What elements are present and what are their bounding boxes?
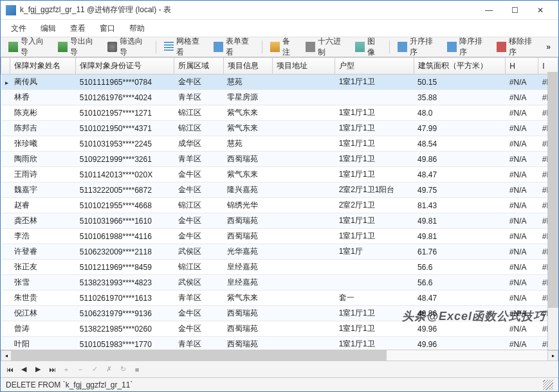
cell-area[interactable]: 金牛区 [174,306,224,321]
cell-id[interactable]: 5101211969****8459 [76,260,174,275]
cell-type[interactable]: 1室1厅1卫 [335,337,414,350]
cell-address[interactable] [273,244,335,260]
cell-address[interactable] [273,183,335,198]
cell-name[interactable]: 张正友 [10,260,76,275]
cell-h[interactable]: #N/A [506,229,538,244]
hscroll-left-button[interactable]: ◂ [1,350,12,361]
import-wizard-button[interactable]: 导入向导 [5,34,53,60]
table-row[interactable]: 王雨诗5101142013****020X金牛区紫气东来1室1厅1卫48.47#… [1,167,558,183]
cell-area[interactable]: 金牛区 [174,229,224,244]
cell-size[interactable]: 49.81 [414,213,506,229]
vertical-scrollbar[interactable] [547,72,558,350]
nav-stop-button[interactable]: ■ [131,363,143,376]
cell-area[interactable]: 青羊区 [174,90,224,105]
table-row[interactable]: 蔺传凤5101111965****0784金牛区慧苑1室1厅1卫50.15#N/… [1,75,558,90]
cell-h[interactable]: #N/A [506,306,538,321]
cell-name[interactable]: 曾涛 [10,321,76,337]
col-size[interactable]: 建筑面积（平方米） [414,58,506,75]
cell-type[interactable]: 1室1厅1卫 [335,213,414,229]
cell-name[interactable]: 陈克彬 [10,105,76,121]
cell-project[interactable]: 皇经嘉苑 [223,260,273,275]
cell-h[interactable]: #N/A [506,75,538,90]
cell-project[interactable]: 西蜀瑞苑 [223,229,273,244]
cell-area[interactable]: 锦江区 [174,260,224,275]
cell-address[interactable] [273,290,335,306]
grid-view-button[interactable]: 网格查看 [160,34,208,60]
cell-size[interactable]: 48.0 [414,105,506,121]
cell-area[interactable]: 青羊区 [174,337,224,350]
col-marker[interactable] [1,58,10,75]
cell-address[interactable] [273,275,335,290]
sort-desc-button[interactable]: 降序排序 [443,34,491,60]
titlebar[interactable]: k_fgj_ggzfzl_gr_11 @进销存管理 (local) - 表 — … [1,1,558,20]
nav-add-button[interactable]: + [60,363,73,376]
cell-h[interactable]: #N/A [506,90,538,105]
table-row[interactable]: 陶雨欣5109221999****3261青羊区西蜀瑞苑1室1厅1卫49.86#… [1,152,558,167]
cell-area[interactable]: 金牛区 [174,167,224,183]
cell-size[interactable]: 48.47 [414,167,506,183]
resize-grip[interactable] [543,380,553,390]
table-row[interactable]: 龚丕林5101031966****1610金牛区西蜀瑞苑1室1厅1卫49.81#… [1,213,558,229]
cell-h[interactable]: #N/A [506,198,538,213]
cell-name[interactable]: 朱世贵 [10,290,76,306]
cell-area[interactable]: 金牛区 [174,75,224,90]
cell-type[interactable]: 1室1厅1卫 [335,167,414,183]
cell-project[interactable]: 隆兴嘉苑 [223,183,273,198]
cell-address[interactable] [273,306,335,321]
cell-size[interactable]: 49.96 [414,321,506,337]
cell-name[interactable]: 魏嘉宇 [10,183,76,198]
cell-name[interactable]: 蔺传凤 [10,75,76,90]
cell-id[interactable]: 5106231979****9136 [76,306,174,321]
hex-button[interactable]: 十六进制 [302,34,350,60]
nav-commit-button[interactable]: ✓ [88,363,101,376]
hscroll-track[interactable] [12,350,547,361]
cell-h[interactable]: #N/A [506,152,538,167]
cell-h[interactable]: #N/A [506,321,538,337]
hscroll-right-button[interactable]: ▸ [547,350,558,361]
cell-type[interactable]: 1室1厅1卫 [335,136,414,152]
remove-sort-button[interactable]: 移除排序 [493,34,541,60]
cell-size[interactable]: 61.76 [414,244,506,260]
cell-size[interactable]: 49.75 [414,183,506,198]
vscroll-thumb[interactable] [548,72,558,308]
cell-area[interactable]: 锦江区 [174,105,224,121]
cell-type[interactable]: 1室1厅1卫 [335,105,414,121]
cell-id[interactable]: 5101261976****4024 [76,90,174,105]
cell-id[interactable]: 5101031966****1610 [76,213,174,229]
cell-project[interactable]: 零星房源 [223,90,273,105]
header-row[interactable]: 保障对象姓名 保障对象身份证号 所属区域 项目信息 项目地址 户型 建筑面积（平… [1,58,558,75]
cell-type[interactable] [335,260,414,275]
toolbar-overflow-button[interactable]: » [542,40,554,54]
cell-id[interactable]: 5101021950****4371 [76,121,174,136]
cell-h[interactable]: #N/A [506,290,538,306]
cell-project[interactable]: 紫气东来 [223,121,273,136]
cell-h[interactable]: #N/A [506,260,538,275]
cell-h[interactable]: #N/A [506,275,538,290]
table-row[interactable]: 曾涛5138221985****0260金牛区西蜀瑞苑1室1厅1卫49.96#N… [1,321,558,337]
cell-type[interactable]: 1室1厅1卫 [335,75,414,90]
nav-delete-button[interactable]: − [74,363,87,376]
cell-id[interactable]: 5101051983****1770 [76,337,174,350]
cell-h[interactable]: #N/A [506,244,538,260]
cell-area[interactable]: 金牛区 [174,321,224,337]
cell-address[interactable] [273,75,335,90]
table-row[interactable]: 张正友5101211969****8459锦江区皇经嘉苑56.6#N/A#N [1,260,558,275]
cell-address[interactable] [273,105,335,121]
cell-project[interactable]: 慧苑 [223,136,273,152]
cell-project[interactable]: 紫气东来 [223,105,273,121]
nav-cancel-button[interactable]: ✗ [102,363,115,376]
cell-name[interactable]: 赵睿 [10,198,76,213]
table-row[interactable]: 许登睿5106232009****2118武侯区光华嘉苑1室1厅61.76#N/… [1,244,558,260]
col-project[interactable]: 项目信息 [223,58,273,75]
cell-area[interactable]: 武侯区 [174,244,224,260]
cell-size[interactable]: 49.81 [414,229,506,244]
nav-next-button[interactable]: ▶ [32,363,44,376]
cell-name[interactable]: 陈邦吉 [10,121,76,136]
cell-type[interactable]: 1室1厅1卫 [335,121,414,136]
nav-first-button[interactable]: ⏮ [3,363,16,376]
cell-name[interactable]: 许登睿 [10,244,76,260]
cell-size[interactable]: 56.6 [414,275,506,290]
cell-project[interactable]: 慧苑 [223,75,273,90]
cell-id[interactable]: 5109221999****3261 [76,152,174,167]
cell-h[interactable]: #N/A [506,213,538,229]
